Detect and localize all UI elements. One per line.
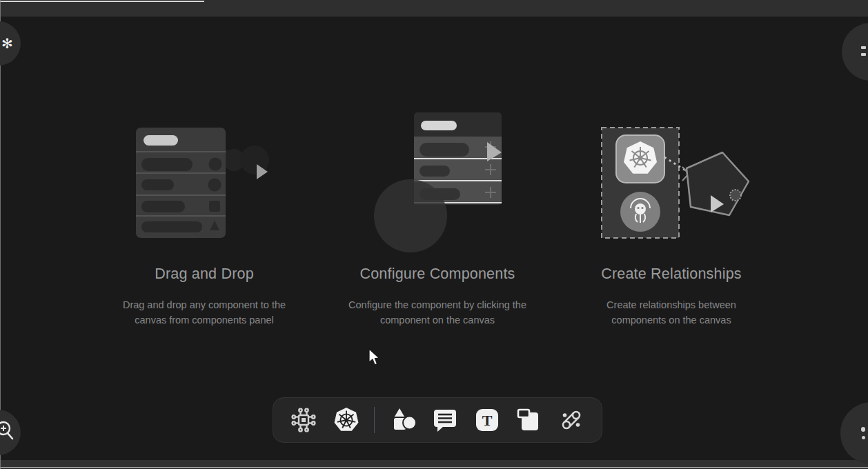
create-relationships-illustration <box>586 103 793 255</box>
note-button[interactable] <box>515 406 543 434</box>
relationship-link-button[interactable] <box>558 406 585 434</box>
right-top-edge-button[interactable] <box>842 23 868 81</box>
kubernetes-components-button[interactable] <box>332 406 359 434</box>
canvas-toolbar: T <box>273 397 602 443</box>
comment-icon <box>432 408 458 432</box>
link-icon <box>558 407 584 433</box>
components-circuit-button[interactable] <box>290 406 317 434</box>
flower-icon: ✻ <box>1 37 13 50</box>
note-icon <box>516 408 542 432</box>
comment-button[interactable] <box>431 406 459 434</box>
circuit-icon <box>290 407 317 433</box>
progress-line <box>0 1 204 2</box>
top-bar <box>0 0 868 17</box>
zoom-in-icon <box>0 410 21 455</box>
text-button[interactable]: T <box>473 406 501 434</box>
card-title-configure-components: Configure Components <box>334 266 541 283</box>
shapes-icon <box>389 407 417 433</box>
zoom-in-button[interactable] <box>0 410 21 455</box>
card-title-drag-and-drop: Drag and Drop <box>108 266 301 283</box>
mouse-cursor <box>368 348 382 366</box>
card-desc-drag-and-drop: Drag and drop any component to the canva… <box>111 297 297 328</box>
card-desc-create-relationships: Create relationships between components … <box>582 297 761 328</box>
configure-components-illustration <box>334 103 541 255</box>
right-bottom-edge-button[interactable] <box>840 402 868 464</box>
left-edge-line <box>0 0 1 469</box>
bottom-bar <box>0 460 868 467</box>
design-canvas[interactable]: ✻ <box>0 0 868 469</box>
card-desc-configure-components: Configure the component by clicking the … <box>334 297 541 328</box>
bottom-edge-line <box>0 467 868 468</box>
shapes-button[interactable] <box>389 406 417 434</box>
svg-text:T: T <box>482 412 493 429</box>
partial-icon <box>861 46 866 49</box>
partial-icon <box>861 427 865 432</box>
kubernetes-icon <box>332 406 359 435</box>
open-components-panel-button[interactable]: ✻ <box>0 21 21 66</box>
gear-icon <box>730 190 741 201</box>
card-title-create-relationships: Create Relationships <box>568 266 775 283</box>
toolbar-divider <box>374 407 375 433</box>
text-icon: T <box>475 408 500 432</box>
drag-and-drop-illustration <box>108 103 308 248</box>
